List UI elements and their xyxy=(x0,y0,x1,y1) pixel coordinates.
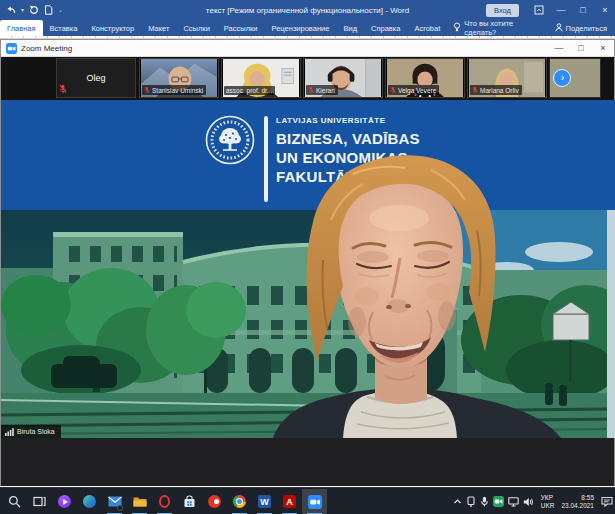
muted-mic-icon xyxy=(308,86,314,94)
zoom-window-title: Zoom Meeting xyxy=(21,44,72,53)
desktop: ▾ ⌄ текст [Режим ограниченной функционал… xyxy=(0,0,615,514)
mail-badge xyxy=(117,505,123,511)
zoom-tray-icon[interactable] xyxy=(493,496,504,507)
participant-tile-kieran[interactable]: Kieran xyxy=(303,58,383,98)
participant-label: assoc. prof. dr... xyxy=(224,86,275,95)
ribbon-display-options-icon[interactable] xyxy=(529,0,549,20)
undo-icon[interactable] xyxy=(6,5,16,15)
svg-text:A: A xyxy=(286,497,293,507)
participant-label: Stanislav Uminski xyxy=(142,85,206,95)
zoom-minimize-button[interactable]: — xyxy=(548,40,570,57)
next-participants-button[interactable]: › xyxy=(553,69,571,87)
customize-quick-access-icon[interactable]: ⌄ xyxy=(58,7,63,13)
tab-maket[interactable]: Макет xyxy=(141,20,176,36)
yandex-browser-icon[interactable] xyxy=(202,489,227,514)
display-icon[interactable] xyxy=(508,497,519,507)
task-view-icon[interactable] xyxy=(27,489,52,514)
participant-tile-stanislav[interactable]: Stanislav Uminski xyxy=(139,58,219,98)
zoom-maximize-button[interactable]: □ xyxy=(570,40,592,57)
participant-tile-mariana[interactable]: Mariana Orliv xyxy=(467,58,547,98)
tab-retsenzirovanie[interactable]: Рецензирование xyxy=(265,20,337,36)
speaker-name: Biruta Sloka xyxy=(17,428,55,435)
share-label: Поделиться xyxy=(566,24,607,33)
tab-vstavka[interactable]: Вставка xyxy=(43,20,85,36)
tab-glavnaya[interactable]: Главная xyxy=(0,20,43,36)
language-line1: УКР xyxy=(541,494,555,502)
participant-name: assoc. prof. dr... xyxy=(226,87,272,94)
action-center-icon[interactable] xyxy=(601,496,613,507)
maximize-button[interactable]: □ xyxy=(573,0,593,20)
clock-time: 8:55 xyxy=(561,494,594,502)
system-tray: УКР UKR 8:55 23.04.2021 xyxy=(453,488,613,514)
tell-me-box[interactable]: Что вы хотите сделать? xyxy=(447,20,546,36)
store-icon[interactable] xyxy=(177,489,202,514)
alice-icon[interactable] xyxy=(52,489,77,514)
zoom-titlebar: Zoom Meeting — □ × xyxy=(1,40,614,57)
tab-acrobat[interactable]: Acrobat xyxy=(407,20,447,36)
mail-icon[interactable] xyxy=(102,489,127,514)
sign-in-button[interactable]: Вход xyxy=(486,4,519,17)
taskbar: W A УКР UKR 8:55 23.04.2021 xyxy=(0,487,615,514)
muted-mic-icon xyxy=(59,84,67,94)
word-ribbon-tabs: Главная Вставка Конструктор Макет Ссылки… xyxy=(0,20,615,36)
microphone-icon[interactable] xyxy=(480,496,489,507)
person-icon xyxy=(555,23,563,34)
zoom-window: Zoom Meeting — □ × Oleg xyxy=(0,39,615,486)
participant-name: Stanislav Uminski xyxy=(152,87,203,94)
participant-name: Mariana Orliv xyxy=(480,87,519,94)
participant-name: Oleg xyxy=(57,59,135,97)
undo-dropdown-icon[interactable]: ▾ xyxy=(21,7,24,13)
tab-ssylki[interactable]: Ссылки xyxy=(176,20,216,36)
participant-tile-oleg[interactable]: Oleg xyxy=(56,58,136,98)
new-document-icon[interactable] xyxy=(44,5,53,15)
speaker-name-tag: Biruta Sloka xyxy=(1,425,61,438)
speaker-video xyxy=(1,100,615,438)
tell-me-label: Что вы хотите сделать? xyxy=(464,19,540,37)
participant-tile-velga[interactable]: Velga Vevere xyxy=(385,58,465,98)
word-titlebar: ▾ ⌄ текст [Режим ограниченной функционал… xyxy=(0,0,615,20)
chrome-icon[interactable] xyxy=(227,489,252,514)
tray-device-icon[interactable] xyxy=(466,496,476,507)
participant-name: Kieran xyxy=(316,87,335,94)
clock[interactable]: 8:55 23.04.2021 xyxy=(561,494,594,509)
tab-rassylki[interactable]: Рассылки xyxy=(217,20,265,36)
edge-icon[interactable] xyxy=(77,489,102,514)
minimize-button[interactable]: — xyxy=(551,0,571,20)
main-video[interactable]: LATVIJAS UNIVERSITĀTE BIZNESA, VADĪBAS U… xyxy=(1,100,615,438)
signal-strength-icon xyxy=(5,427,14,436)
opera-icon[interactable] xyxy=(152,489,177,514)
participant-filmstrip: Oleg Stanislav Uminski xyxy=(1,57,614,100)
tab-vid[interactable]: Вид xyxy=(336,20,364,36)
participant-label: Kieran xyxy=(306,85,338,95)
close-button[interactable]: × xyxy=(595,0,615,20)
zoom-close-button[interactable]: × xyxy=(592,40,614,57)
quick-access-toolbar: ▾ ⌄ xyxy=(6,5,63,15)
taskbar-icons: W A xyxy=(2,488,327,514)
tab-spravka[interactable]: Справка xyxy=(364,20,407,36)
zoom-icon[interactable] xyxy=(302,489,327,514)
participant-name: Velga Vevere xyxy=(398,87,436,94)
muted-mic-icon xyxy=(144,86,150,94)
participant-label: Velga Vevere xyxy=(388,85,439,95)
file-explorer-icon[interactable] xyxy=(127,489,152,514)
zoom-app-icon xyxy=(6,43,17,54)
muted-mic-icon xyxy=(390,86,396,94)
redo-icon[interactable] xyxy=(29,5,39,15)
svg-text:W: W xyxy=(260,497,269,507)
participant-tile-assoc-prof[interactable]: assoc. prof. dr... xyxy=(221,58,301,98)
share-button[interactable]: Поделиться xyxy=(547,20,615,36)
tab-konstruktor[interactable]: Конструктор xyxy=(84,20,141,36)
lightbulb-icon xyxy=(453,22,461,34)
muted-mic-icon xyxy=(472,86,478,94)
word-icon[interactable]: W xyxy=(252,489,277,514)
chevron-right-icon: › xyxy=(561,72,565,83)
clock-date: 23.04.2021 xyxy=(561,502,594,510)
participant-label: Mariana Orliv xyxy=(470,85,522,95)
chevron-up-icon[interactable] xyxy=(453,497,462,506)
speaker-icon[interactable] xyxy=(523,497,534,507)
language-indicator[interactable]: УКР UKR xyxy=(541,494,555,509)
acrobat-icon[interactable]: A xyxy=(277,489,302,514)
language-line2: UKR xyxy=(541,502,555,510)
search-icon[interactable] xyxy=(2,489,27,514)
